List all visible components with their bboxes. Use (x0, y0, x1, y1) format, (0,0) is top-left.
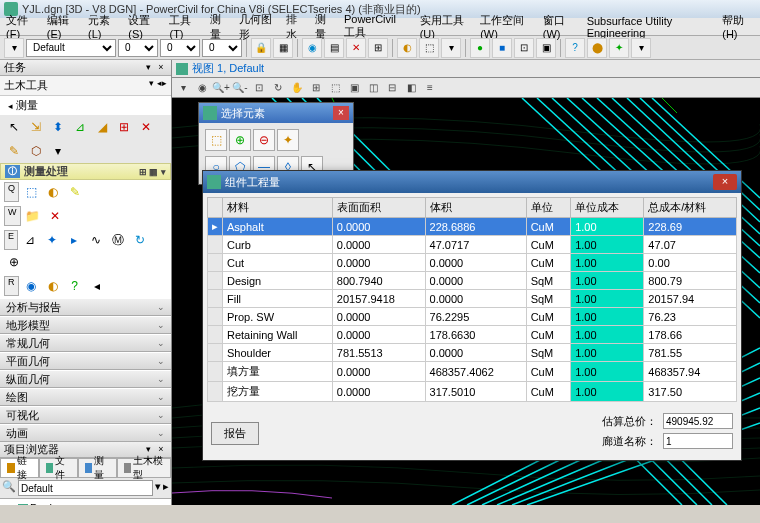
view-tool-icon[interactable]: ▣ (345, 80, 363, 96)
color-select[interactable]: 0 (202, 39, 242, 57)
clear-icon[interactable]: ▸ (163, 480, 169, 496)
tool-icon[interactable]: ⊿ (70, 117, 90, 137)
table-header[interactable]: 单位 (526, 198, 571, 218)
accordion-item[interactable]: 动画⌄ (0, 424, 171, 442)
table-row[interactable]: Shoulder781.55130.0000SqM1.00781.55 (208, 344, 737, 362)
tool-icon[interactable]: ◐ (43, 182, 63, 202)
tool-icon[interactable]: ▸ (64, 230, 84, 250)
delete-icon[interactable]: ✕ (45, 206, 65, 226)
table-header[interactable]: 总成本/材料 (644, 198, 737, 218)
view-tool-icon[interactable]: ⊞ (307, 80, 325, 96)
section-controls[interactable]: ⊞ ▦ ▾ (139, 167, 166, 177)
table-row[interactable]: 填方量0.0000468357.4062CuM1.00468357.94 (208, 362, 737, 382)
table-header[interactable]: 体积 (425, 198, 526, 218)
toolbar-btn[interactable]: ▾ (4, 38, 24, 58)
zoom-icon[interactable]: 🔍+ (212, 80, 230, 96)
select-rect-icon[interactable]: ⬚ (205, 129, 227, 151)
total-value-field[interactable] (663, 413, 733, 429)
help-icon[interactable]: ? (565, 38, 585, 58)
tool-icon[interactable]: ◐ (43, 276, 63, 296)
project-tab[interactable]: 文件 (39, 458, 78, 477)
tool-icon[interactable]: ▾ (631, 38, 651, 58)
table-row[interactable]: Retaining Wall0.0000178.6630CuM1.00178.6… (208, 326, 737, 344)
accordion-item[interactable]: 可视化⌄ (0, 406, 171, 424)
menu-item[interactable]: 工具(T) (165, 12, 204, 41)
table-header[interactable]: 表面面积 (332, 198, 425, 218)
view-tool-icon[interactable]: ≡ (421, 80, 439, 96)
tool-icon[interactable]: ⬡ (26, 141, 46, 161)
section-header[interactable]: ⓘ 测量处理 ⊞ ▦ ▾ (0, 163, 171, 180)
accordion-item[interactable]: 分析与报告⌄ (0, 298, 171, 316)
tool-icon[interactable]: ⬚ (21, 182, 41, 202)
table-row[interactable]: Prop. SW0.000076.2295CuM1.0076.23 (208, 308, 737, 326)
view-tool-icon[interactable]: ⬚ (326, 80, 344, 96)
table-row[interactable]: 挖方量0.0000317.5010CuM1.00317.50 (208, 382, 737, 402)
table-header[interactable]: 材料 (223, 198, 333, 218)
view-tool-icon[interactable]: ⊟ (383, 80, 401, 96)
view-tool-icon[interactable]: ▾ (174, 80, 192, 96)
tool-icon[interactable]: ▣ (536, 38, 556, 58)
weight-select[interactable]: 0 (160, 39, 200, 57)
select-star-icon[interactable]: ✦ (277, 129, 299, 151)
tool-icon[interactable]: ⊞ (114, 117, 134, 137)
report-button[interactable]: 报告 (211, 422, 259, 445)
tool-icon[interactable]: ∿ (86, 230, 106, 250)
accordion-item[interactable]: 绘图⌄ (0, 388, 171, 406)
tool-icon[interactable]: 📁 (23, 206, 43, 226)
select-sub-icon[interactable]: ⊖ (253, 129, 275, 151)
table-row[interactable]: Curb0.000047.0717CuM1.0047.07 (208, 236, 737, 254)
menu-item[interactable]: 元素(L) (84, 12, 122, 41)
tool-icon[interactable]: ✕ (346, 38, 366, 58)
close-icon[interactable]: × (333, 106, 349, 120)
tool-icon[interactable]: ✎ (4, 141, 24, 161)
tool-icon[interactable]: ? (65, 276, 85, 296)
tool-icon[interactable]: ⊿ (20, 230, 40, 250)
tool-icon[interactable]: ⊡ (514, 38, 534, 58)
pin-icon[interactable]: ▾ (142, 62, 154, 74)
tool-icon[interactable]: ◉ (302, 38, 322, 58)
arrow-tool-icon[interactable]: ↖ (4, 117, 24, 137)
accordion-item[interactable]: 地形模型⌄ (0, 316, 171, 334)
tool-icon[interactable]: ◐ (397, 38, 417, 58)
tool-icon[interactable]: ⬍ (48, 117, 68, 137)
project-tab[interactable]: 链接 (0, 458, 39, 477)
tool-icon[interactable]: ⊕ (4, 252, 24, 272)
rotate-icon[interactable]: ↻ (269, 80, 287, 96)
fit-icon[interactable]: ⊡ (250, 80, 268, 96)
menu-item[interactable]: 编辑(E) (43, 12, 82, 41)
tool-icon[interactable]: ▾ (48, 141, 68, 161)
whatsnew-icon[interactable]: ✦ (609, 38, 629, 58)
corridor-name-field[interactable] (663, 433, 733, 449)
style-select[interactable]: 0 (118, 39, 158, 57)
tree-item[interactable]: ⊞Designs (4, 501, 167, 505)
project-tab[interactable]: 土木模型 (117, 458, 171, 477)
project-search-input[interactable] (18, 480, 153, 496)
tool-icon[interactable]: ⬚ (419, 38, 439, 58)
table-header[interactable]: 单位成本 (571, 198, 644, 218)
delete-tool-icon[interactable]: ✕ (136, 117, 156, 137)
tool-icon[interactable]: Ⓜ (108, 230, 128, 250)
tool-icon[interactable]: ◢ (92, 117, 112, 137)
tool-icon[interactable]: ▾ (441, 38, 461, 58)
tool-icon[interactable]: ■ (492, 38, 512, 58)
menu-item[interactable]: 帮助(H) (718, 12, 758, 41)
tool-icon[interactable]: ◂ (87, 276, 107, 296)
tool-icon[interactable]: ▤ (324, 38, 344, 58)
dropdown-icon[interactable]: ▾ ◂▸ (149, 78, 167, 93)
zoom-out-icon[interactable]: 🔍- (231, 80, 249, 96)
tool-icon[interactable]: ✦ (42, 230, 62, 250)
menu-item[interactable]: 设置(S) (124, 12, 163, 41)
select-add-icon[interactable]: ⊕ (229, 129, 251, 151)
table-row[interactable]: Design800.79400.0000SqM1.00800.79 (208, 272, 737, 290)
close-icon[interactable]: × (713, 174, 737, 190)
table-row[interactable]: ▸Asphalt0.0000228.6886CuM1.00228.69 (208, 218, 737, 236)
pan-icon[interactable]: ✋ (288, 80, 306, 96)
tool-icon[interactable]: ● (470, 38, 490, 58)
view-tool-icon[interactable]: ◧ (402, 80, 420, 96)
quantities-dialog[interactable]: 组件工程量 × 材料表面面积体积单位单位成本总成本/材料 ▸Asphalt0.0… (202, 170, 742, 461)
tool-icon[interactable]: ⇲ (26, 117, 46, 137)
tool-icon[interactable]: ⊞ (368, 38, 388, 58)
tool-group-header[interactable]: 土木工具 ▾ ◂▸ (0, 76, 171, 96)
level-select[interactable]: Default (26, 39, 116, 57)
view-tool-icon[interactable]: ◫ (364, 80, 382, 96)
